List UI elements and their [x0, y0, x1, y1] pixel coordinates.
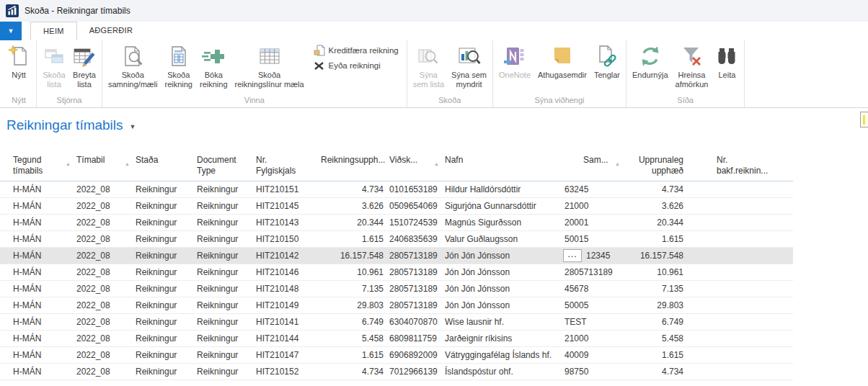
- breyta-lista-button[interactable]: Breyta lista: [69, 40, 99, 89]
- cell-upprunaleg[interactable]: 4.734: [623, 364, 686, 380]
- cell-doctype[interactable]: Reikningur: [194, 181, 253, 197]
- table-row[interactable]: H-MÁN 2022_08 Reikningur Reikningur HIT2…: [0, 364, 793, 380]
- cell-nr[interactable]: HIT210151: [253, 181, 318, 197]
- cell-bakf[interactable]: [686, 297, 793, 313]
- cell-doctype[interactable]: Reikningur: [194, 248, 253, 264]
- cell-upprunaleg[interactable]: 10.961: [623, 264, 686, 280]
- cell-tegund[interactable]: H-MÁN: [10, 215, 74, 230]
- column-header-upprunaleg[interactable]: Upprunaleg upphæð: [623, 155, 686, 181]
- cell-nr[interactable]: HIT210145: [253, 198, 318, 214]
- cell-tegund[interactable]: H-MÁN: [10, 181, 74, 197]
- cell-sam[interactable]: 50015: [562, 231, 623, 247]
- column-header-upphaed[interactable]: Reikningsupph...: [318, 155, 386, 181]
- cell-sam[interactable]: ... 12345: [562, 248, 623, 264]
- cell-stada[interactable]: Reikningur: [133, 231, 194, 247]
- page-title-dropdown[interactable]: Reikningar tímabils ▼: [6, 117, 136, 133]
- cell-vidsk[interactable]: 2805713189: [386, 264, 442, 280]
- cell-nr[interactable]: HIT210143: [253, 215, 318, 230]
- cell-upprunaleg[interactable]: 29.803: [623, 297, 686, 313]
- cell-upphaed[interactable]: 3.626: [318, 198, 386, 214]
- cell-vidsk[interactable]: 2805713189: [386, 248, 442, 264]
- cell-vidsk[interactable]: 6809811759: [386, 331, 442, 346]
- cell-timabil[interactable]: 2022_08: [74, 331, 133, 346]
- cell-bakf[interactable]: [686, 314, 793, 330]
- column-header-nafn[interactable]: Nafn: [442, 155, 562, 181]
- hreinsa-afmorkun-button[interactable]: Hreinsa afmörkun: [672, 40, 712, 89]
- cell-upphaed[interactable]: 29.803: [318, 297, 386, 313]
- table-row[interactable]: H-MÁN 2022_08 Reikningur Reikningur HIT2…: [0, 331, 793, 347]
- cell-upphaed[interactable]: 20.344: [318, 215, 386, 230]
- cell-timabil[interactable]: 2022_08: [74, 314, 133, 330]
- leita-button[interactable]: Leita: [712, 40, 742, 80]
- table-row[interactable]: H-MÁN 2022_08 Reikningur Reikningur HIT2…: [0, 281, 793, 297]
- cell-bakf[interactable]: [686, 181, 793, 197]
- cell-upphaed[interactable]: 10.961: [318, 264, 386, 280]
- table-row[interactable]: H-MÁN 2022_08 Reikningur Reikningur HIT2…: [0, 264, 793, 281]
- cell-stada[interactable]: Reikningur: [133, 281, 194, 297]
- cell-upprunaleg[interactable]: 16.157.548: [623, 248, 686, 264]
- cell-bakf[interactable]: [686, 231, 793, 247]
- nytt-button[interactable]: Nýtt: [4, 40, 34, 80]
- column-header-vidsk[interactable]: Viðsk...▲: [386, 155, 442, 181]
- cell-upphaed[interactable]: 5.458: [318, 331, 386, 346]
- cell-nr[interactable]: HIT210149: [253, 297, 318, 313]
- cell-timabil[interactable]: 2022_08: [74, 181, 133, 197]
- cell-upprunaleg[interactable]: 1.615: [623, 231, 686, 247]
- cell-nafn[interactable]: Jarðeignir ríkisins: [442, 331, 562, 346]
- cell-doctype[interactable]: Reikningur: [194, 331, 253, 346]
- cell-upprunaleg[interactable]: 3.626: [623, 198, 686, 214]
- cell-stada[interactable]: Reikningur: [133, 198, 194, 214]
- cell-tegund[interactable]: H-MÁN: [10, 264, 74, 280]
- athugasemdir-button[interactable]: Athugasemdir: [534, 40, 590, 80]
- cell-doctype[interactable]: Reikningur: [194, 264, 253, 280]
- cell-stada[interactable]: Reikningur: [133, 314, 194, 330]
- cell-nafn[interactable]: Hildur Halldórsdóttir: [442, 181, 562, 197]
- cell-nafn[interactable]: Vátryggingafélag Íslands hf.: [442, 347, 562, 363]
- cell-doctype[interactable]: Reikningur: [194, 297, 253, 313]
- cell-upphaed[interactable]: 16.157.548: [318, 248, 386, 264]
- cell-upphaed[interactable]: 4.734: [318, 364, 386, 380]
- cell-stada[interactable]: Reikningur: [133, 364, 194, 380]
- cell-tegund[interactable]: H-MÁN: [10, 314, 74, 330]
- cell-doctype[interactable]: Reikningur: [194, 281, 253, 297]
- cell-nafn[interactable]: Jón Jón Jónsson: [442, 297, 562, 313]
- tab-heim[interactable]: HEIM: [30, 22, 77, 40]
- cell-upphaed[interactable]: 4.734: [318, 181, 386, 197]
- cell-tegund[interactable]: H-MÁN: [10, 331, 74, 346]
- cell-sam[interactable]: 40009: [562, 347, 623, 363]
- cell-upphaed[interactable]: 1.615: [318, 347, 386, 363]
- table-row[interactable]: H-MÁN 2022_08 Reikningur Reikningur HIT2…: [0, 347, 793, 364]
- cell-bakf[interactable]: [686, 364, 793, 380]
- cell-stada[interactable]: Reikningur: [133, 331, 194, 346]
- table-row[interactable]: H-MÁN 2022_08 Reikningur Reikningur HIT2…: [0, 248, 793, 264]
- cell-nr[interactable]: HIT210150: [253, 231, 318, 247]
- tenglar-button[interactable]: Tenglar: [590, 40, 624, 80]
- column-header-timabil[interactable]: Tímabil▲: [74, 155, 133, 181]
- cell-tegund[interactable]: H-MÁN: [10, 248, 74, 264]
- cell-bakf[interactable]: [686, 215, 793, 230]
- skoda-samning-button[interactable]: Skoða samning/mæli: [105, 40, 161, 89]
- cell-bakf[interactable]: [686, 281, 793, 297]
- cell-upprunaleg[interactable]: 1.615: [623, 347, 686, 363]
- cell-vidsk[interactable]: 2406835639: [386, 231, 442, 247]
- cell-upphaed[interactable]: 6.749: [318, 314, 386, 330]
- cell-doctype[interactable]: Reikningur: [194, 364, 253, 380]
- cell-stada[interactable]: Reikningur: [133, 347, 194, 363]
- cell-tegund[interactable]: H-MÁN: [10, 231, 74, 247]
- cell-nafn[interactable]: Sigurjóna Gunnarsdóttir: [442, 198, 562, 214]
- column-header-bakf[interactable]: Nr. bakf.reiknin...: [686, 155, 793, 181]
- cell-nafn[interactable]: Jón Jón Jónsson: [442, 248, 562, 264]
- cell-tegund[interactable]: H-MÁN: [10, 347, 74, 363]
- cell-doctype[interactable]: Reikningur: [194, 347, 253, 363]
- column-header-sam[interactable]: Sam...▲: [562, 155, 623, 181]
- column-header-stada[interactable]: Staða: [133, 155, 194, 181]
- cell-stada[interactable]: Reikningur: [133, 181, 194, 197]
- cell-nr[interactable]: HIT210152: [253, 364, 318, 380]
- cell-bakf[interactable]: [686, 248, 793, 264]
- cell-nafn[interactable]: Magnús Sigurðsson: [442, 215, 562, 230]
- cell-nafn[interactable]: Jón Jón Jónsson: [442, 264, 562, 280]
- cell-timabil[interactable]: 2022_08: [74, 248, 133, 264]
- skoda-reikningslinur-button[interactable]: Skoða reikningslínur mæla: [231, 40, 308, 89]
- cell-vidsk[interactable]: 2805713189: [386, 297, 442, 313]
- table-row[interactable]: H-MÁN 2022_08 Reikningur Reikningur HIT2…: [0, 215, 793, 231]
